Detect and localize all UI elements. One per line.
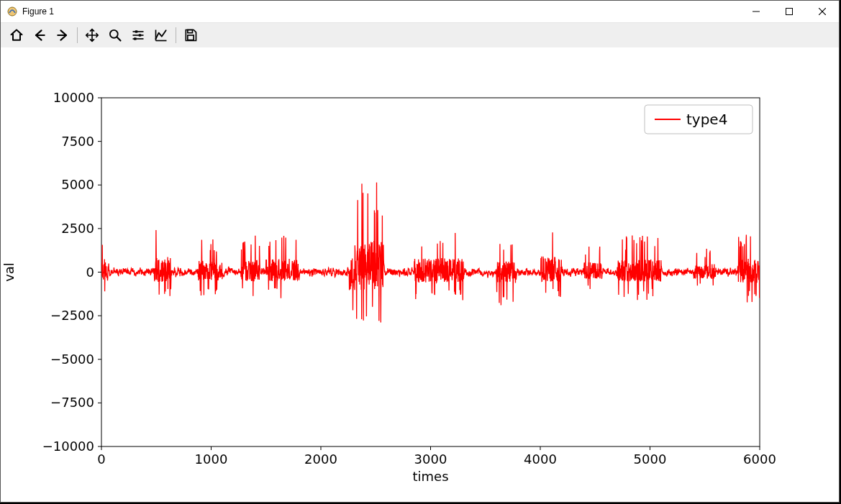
svg-text:2500: 2500 [61, 221, 94, 236]
svg-rect-2 [786, 9, 793, 15]
svg-text:4000: 4000 [524, 452, 557, 467]
svg-text:0: 0 [86, 265, 94, 280]
svg-point-0 [8, 7, 17, 16]
save-button[interactable] [180, 24, 201, 46]
svg-text:−10000: −10000 [42, 439, 94, 454]
figure-canvas[interactable]: 0100020003000400050006000−10000−7500−500… [1, 47, 839, 502]
svg-rect-12 [134, 37, 136, 40]
svg-rect-11 [139, 34, 141, 36]
xlabel: times [412, 469, 448, 484]
svg-text:−2500: −2500 [50, 308, 94, 323]
toolbar-divider [77, 27, 78, 43]
svg-text:10000: 10000 [53, 90, 94, 105]
toolbar-divider [176, 27, 176, 43]
maximize-button[interactable] [773, 1, 806, 22]
legend-label: type4 [686, 111, 727, 128]
subplots-button[interactable] [127, 24, 149, 46]
back-button[interactable] [29, 24, 50, 46]
figure-window: Figure 1 [0, 0, 840, 503]
pan-button[interactable] [81, 24, 103, 46]
svg-text:1000: 1000 [195, 452, 228, 467]
close-button[interactable] [806, 1, 839, 22]
svg-text:−7500: −7500 [50, 395, 94, 410]
zoom-button[interactable] [104, 24, 126, 46]
app-icon [6, 6, 18, 17]
forward-button[interactable] [52, 24, 73, 46]
minimize-button[interactable] [740, 1, 773, 22]
svg-text:−5000: −5000 [50, 352, 94, 367]
svg-rect-13 [188, 30, 193, 33]
home-button[interactable] [6, 24, 27, 46]
ylabel: val [1, 262, 17, 282]
window-title: Figure 1 [22, 6, 54, 17]
svg-text:0: 0 [97, 452, 105, 467]
plot-svg: 0100020003000400050006000−10000−7500−500… [1, 47, 839, 502]
axes-button[interactable] [150, 24, 172, 46]
svg-text:3000: 3000 [414, 452, 447, 467]
svg-line-6 [117, 37, 121, 41]
mpl-toolbar [1, 23, 839, 48]
titlebar: Figure 1 [1, 1, 839, 23]
svg-text:2000: 2000 [304, 452, 337, 467]
svg-rect-10 [135, 30, 137, 32]
svg-text:5000: 5000 [61, 177, 94, 192]
svg-text:6000: 6000 [743, 452, 776, 467]
svg-text:5000: 5000 [634, 452, 667, 467]
svg-rect-14 [188, 35, 194, 40]
svg-text:7500: 7500 [61, 134, 94, 149]
